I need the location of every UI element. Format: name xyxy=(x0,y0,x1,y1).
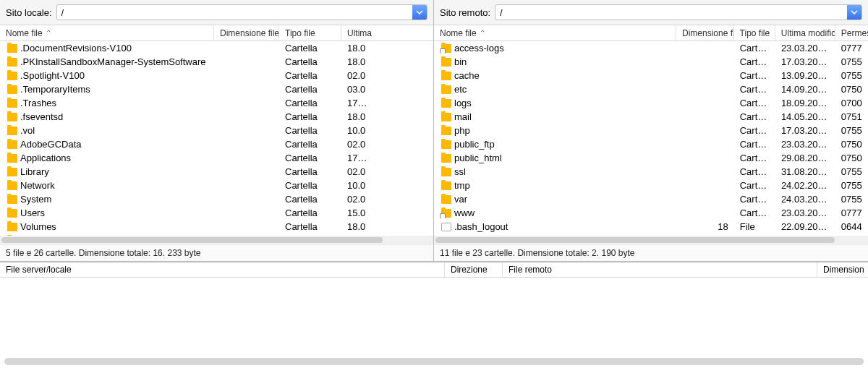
col-permissions[interactable]: Permess xyxy=(835,25,868,40)
table-row[interactable]: .fseventsdCartella18.0 xyxy=(0,110,433,124)
local-file-list[interactable]: .DocumentRevisions-V100Cartella18.0.PKIn… xyxy=(0,41,433,236)
table-row[interactable]: UsersCartella15.0 xyxy=(0,206,433,220)
file-name-cell: .DocumentRevisions-V100 xyxy=(0,43,214,54)
file-name: etc xyxy=(454,84,467,95)
local-columns: Nome file ⌃ Dimensione file Tipo file Ul… xyxy=(0,25,433,41)
file-name-cell: public_ftp xyxy=(434,139,676,150)
file-modified: 14.09.2020 2... xyxy=(775,84,835,95)
col-modified[interactable]: Ultima modifica xyxy=(775,25,835,40)
file-permissions: 0644 xyxy=(835,221,868,232)
table-row[interactable]: logsCartella18.09.2020 0...0700 xyxy=(434,96,868,110)
queue-col-direction[interactable]: Direzione xyxy=(445,262,503,277)
table-row[interactable]: .DocumentRevisions-V100Cartella18.0 xyxy=(0,41,433,55)
file-modified: 18.0 xyxy=(341,221,375,232)
folder-link-icon xyxy=(441,209,451,218)
remote-path-select[interactable]: / xyxy=(495,4,862,20)
table-row[interactable]: VolumesCartella18.0 xyxy=(0,220,433,234)
col-size[interactable]: Dimensione file xyxy=(676,25,734,40)
file-name: AdobeGCData xyxy=(20,139,82,150)
table-row[interactable]: public_htmlCartella29.08.2020 1...0750 xyxy=(434,151,868,165)
col-type[interactable]: Tipo file xyxy=(734,25,775,40)
file-modified: 15.0 xyxy=(341,207,375,218)
file-modified: 22.09.2015 1... xyxy=(775,221,835,232)
local-hscroll[interactable] xyxy=(0,236,433,244)
table-row[interactable]: binCartella17.03.2017 1...0755 xyxy=(434,55,868,69)
folder-icon xyxy=(7,195,17,204)
col-size[interactable]: Dimensione file xyxy=(214,25,279,40)
file-name: Network xyxy=(20,180,55,191)
col-name[interactable]: Nome file ⌃ xyxy=(434,25,676,40)
file-type: Cartella xyxy=(734,180,775,191)
file-modified: 23.03.2016 2... xyxy=(775,43,835,54)
file-name: www xyxy=(454,207,475,218)
folder-icon xyxy=(7,127,17,135)
file-name-cell: Library xyxy=(0,166,214,177)
file-name-cell: www xyxy=(434,207,676,218)
file-type: Cartella xyxy=(279,98,341,108)
remote-path-value: / xyxy=(500,7,847,18)
sort-asc-icon: ⌃ xyxy=(480,29,485,37)
table-row[interactable]: etcCartella14.09.2020 2...0750 xyxy=(434,82,868,96)
file-modified: 18.0 xyxy=(341,111,375,122)
table-row[interactable]: .TemporaryItemsCartella03.0 xyxy=(0,82,433,96)
table-row[interactable]: tmpCartella24.02.2018 1...0755 xyxy=(434,179,868,192)
file-modified: 10.0 xyxy=(341,180,375,191)
table-row[interactable]: phpCartella17.03.2017 1...0755 xyxy=(434,124,868,137)
file-type: Cartella xyxy=(734,70,775,81)
table-row[interactable]: wwwCartella23.03.2016 2...0777 xyxy=(434,206,868,220)
bottom-hscroll[interactable] xyxy=(4,358,864,365)
file-modified: 02.0 xyxy=(341,139,375,150)
remote-file-list[interactable]: access-logsCartella23.03.2016 2...0777bi… xyxy=(434,41,868,236)
folder-icon xyxy=(441,168,451,176)
col-type[interactable]: Tipo file xyxy=(279,25,341,40)
file-modified: 23.03.2016 2... xyxy=(775,207,835,218)
table-row[interactable]: LibraryCartella02.0 xyxy=(0,165,433,179)
table-row[interactable]: NetworkCartella10.0 xyxy=(0,179,433,192)
table-row[interactable]: sslCartella31.08.2020 0...0755 xyxy=(434,165,868,179)
folder-icon xyxy=(441,85,451,94)
file-type: Cartella xyxy=(734,194,775,205)
table-row[interactable]: .PKInstallSandboxManager-SystemSoftwareC… xyxy=(0,55,433,69)
folder-icon xyxy=(441,113,451,121)
table-row[interactable]: .TrashesCartella17.06 xyxy=(0,96,433,110)
file-type: Cartella xyxy=(279,139,341,150)
file-modified: 02.0 xyxy=(341,166,375,177)
table-row[interactable]: cacheCartella13.09.2016 2...0755 xyxy=(434,69,868,82)
file-type: Cartella xyxy=(279,56,341,67)
file-name: public_html xyxy=(454,153,502,163)
table-row[interactable]: AdobeGCDataCartella02.0 xyxy=(0,137,433,151)
table-row[interactable]: SystemCartella02.0 xyxy=(0,192,433,206)
file-type: Cartella xyxy=(734,166,775,177)
file-size: 18 xyxy=(676,221,734,232)
col-modified[interactable]: Ultima xyxy=(341,25,375,40)
file-permissions: 0755 xyxy=(835,166,868,177)
file-permissions: 0700 xyxy=(835,98,868,108)
table-row[interactable]: access-logsCartella23.03.2016 2...0777 xyxy=(434,41,868,55)
folder-icon xyxy=(7,209,17,218)
queue-col-local[interactable]: File server/locale xyxy=(0,262,445,277)
chevron-down-icon[interactable] xyxy=(412,5,427,20)
file-name-cell: mail xyxy=(434,111,676,122)
table-row[interactable]: ApplicationsCartella17.09 xyxy=(0,151,433,165)
col-name[interactable]: Nome file ⌃ xyxy=(0,25,214,40)
file-type: Cartella xyxy=(279,207,341,218)
remote-hscroll[interactable] xyxy=(434,236,868,244)
file-name-cell: php xyxy=(434,125,676,136)
file-name: var xyxy=(454,194,467,205)
folder-icon xyxy=(7,113,17,121)
local-path-select[interactable]: / xyxy=(56,4,427,20)
chevron-down-icon[interactable] xyxy=(847,5,861,20)
file-name-cell: etc xyxy=(434,84,676,95)
table-row[interactable]: .volCartella10.0 xyxy=(0,124,433,137)
table-row[interactable]: varCartella24.03.2016 1...0755 xyxy=(434,192,868,206)
file-modified: 02.0 xyxy=(341,70,375,81)
table-row[interactable]: .bash_logout18File22.09.2015 1...0644 xyxy=(434,220,868,234)
table-row[interactable]: .Spotlight-V100Cartella02.0 xyxy=(0,69,433,82)
queue-col-remote[interactable]: File remoto xyxy=(503,262,817,277)
sort-asc-icon: ⌃ xyxy=(46,29,51,37)
queue-col-size[interactable]: Dimension xyxy=(817,262,868,277)
file-modified: 31.08.2020 0... xyxy=(775,166,835,177)
table-row[interactable]: public_ftpCartella23.03.2016 2...0750 xyxy=(434,137,868,151)
table-row[interactable]: mailCartella14.05.2020 1...0751 xyxy=(434,110,868,124)
file-type: Cartella xyxy=(734,139,775,150)
